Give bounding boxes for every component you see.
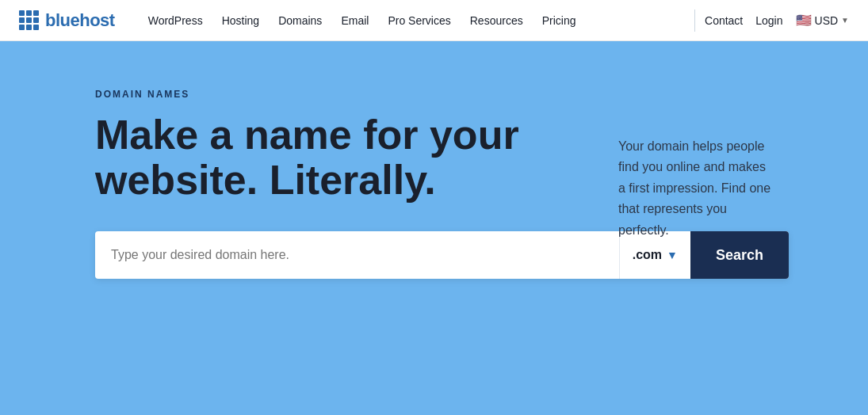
hero-right: Your domain helps people find you online… bbox=[618, 89, 773, 241]
nav-item-resources[interactable]: Resources bbox=[462, 10, 531, 32]
hero-label: DOMAIN NAMES bbox=[95, 89, 555, 100]
domain-search-input[interactable] bbox=[95, 231, 619, 279]
nav-item-wordpress[interactable]: WordPress bbox=[140, 10, 211, 32]
flag-icon: 🇺🇸 bbox=[796, 13, 812, 28]
main-nav: WordPress Hosting Domains Email Pro Serv… bbox=[140, 10, 685, 32]
tld-chevron-icon: ▼ bbox=[667, 249, 678, 261]
hero-left: DOMAIN NAMES Make a name for your websit… bbox=[95, 89, 555, 279]
currency-chevron-icon: ▼ bbox=[841, 16, 849, 25]
nav-item-pricing[interactable]: Pricing bbox=[534, 10, 584, 32]
hero-title: Make a name for your website. Literally. bbox=[95, 112, 555, 203]
navbar-right: Contact Login 🇺🇸 USD ▼ bbox=[705, 13, 849, 28]
nav-item-pro-services[interactable]: Pro Services bbox=[380, 10, 458, 32]
nav-item-domains[interactable]: Domains bbox=[270, 10, 330, 32]
hero-section: DOMAIN NAMES Make a name for your websit… bbox=[0, 41, 868, 415]
navbar: bluehost WordPress Hosting Domains Email… bbox=[0, 0, 868, 41]
login-link[interactable]: Login bbox=[755, 14, 782, 27]
logo[interactable]: bluehost bbox=[19, 10, 115, 31]
nav-item-email[interactable]: Email bbox=[333, 10, 377, 32]
contact-link[interactable]: Contact bbox=[705, 14, 743, 27]
hero-container: DOMAIN NAMES Make a name for your websit… bbox=[0, 89, 868, 279]
nav-divider bbox=[694, 10, 695, 32]
hero-description: Your domain helps people find you online… bbox=[618, 136, 773, 241]
currency-label: USD bbox=[815, 14, 839, 27]
tld-label: .com bbox=[633, 248, 662, 262]
nav-item-hosting[interactable]: Hosting bbox=[214, 10, 267, 32]
currency-selector[interactable]: 🇺🇸 USD ▼ bbox=[796, 13, 849, 28]
logo-grid-icon bbox=[19, 10, 39, 30]
logo-text: bluehost bbox=[45, 10, 115, 31]
